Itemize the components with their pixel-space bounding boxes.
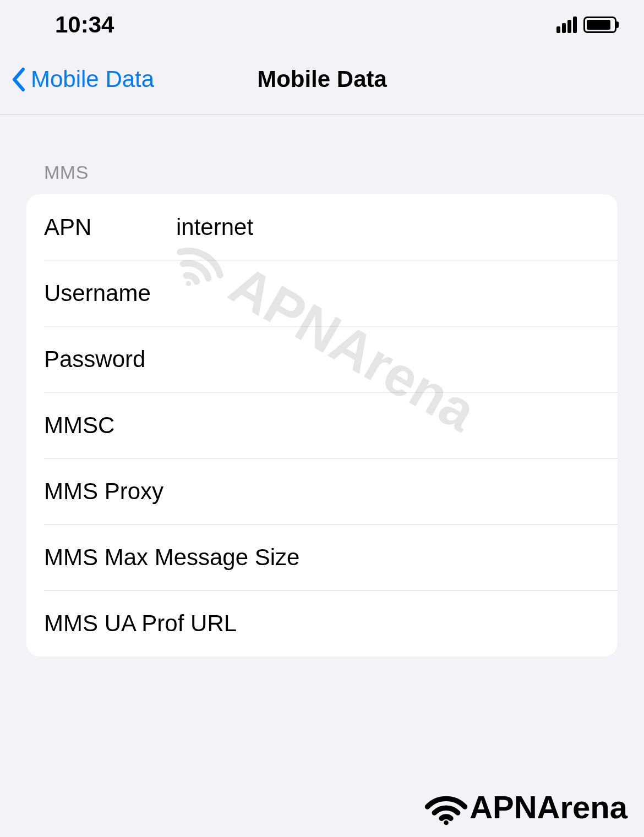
chevron-left-icon bbox=[11, 67, 26, 92]
back-button[interactable]: Mobile Data bbox=[11, 66, 154, 92]
row-mms-ua-prof[interactable]: MMS UA Prof URL bbox=[26, 590, 618, 657]
username-label: Username bbox=[44, 280, 176, 307]
status-indicators bbox=[556, 17, 616, 33]
mms-ua-prof-label: MMS UA Prof URL bbox=[44, 610, 237, 637]
svg-point-1 bbox=[444, 820, 449, 825]
status-time: 10:34 bbox=[55, 12, 114, 38]
row-password[interactable]: Password bbox=[26, 326, 618, 392]
mmsc-input[interactable] bbox=[176, 412, 600, 439]
mmsc-label: MMSC bbox=[44, 412, 176, 439]
footer-logo: APNArena bbox=[423, 787, 627, 826]
password-label: Password bbox=[44, 346, 176, 373]
row-mms-proxy[interactable]: MMS Proxy bbox=[26, 458, 618, 524]
settings-group: APN Username Password MMSC MMS Proxy MMS… bbox=[26, 194, 618, 657]
mms-max-size-input[interactable] bbox=[299, 544, 600, 571]
mms-ua-prof-input[interactable] bbox=[237, 610, 600, 637]
apn-label: APN bbox=[44, 214, 176, 240]
content: MMS APN Username Password MMSC MMS Proxy bbox=[0, 115, 644, 657]
battery-icon bbox=[583, 17, 616, 33]
page-title: Mobile Data bbox=[257, 66, 387, 92]
row-mms-max-size[interactable]: MMS Max Message Size bbox=[26, 524, 618, 590]
wifi-icon bbox=[423, 787, 470, 826]
username-input[interactable] bbox=[176, 280, 600, 307]
status-bar: 10:34 bbox=[0, 0, 644, 50]
apn-input[interactable] bbox=[176, 214, 600, 240]
mms-proxy-input[interactable] bbox=[163, 478, 600, 505]
cellular-signal-icon bbox=[556, 17, 577, 33]
row-apn[interactable]: APN bbox=[26, 194, 618, 260]
back-label: Mobile Data bbox=[31, 66, 154, 92]
section-header-mms: MMS bbox=[26, 162, 618, 183]
navigation-bar: Mobile Data Mobile Data bbox=[0, 50, 644, 115]
row-mmsc[interactable]: MMSC bbox=[26, 392, 618, 458]
footer-logo-text: APNArena bbox=[470, 789, 627, 825]
mms-proxy-label: MMS Proxy bbox=[44, 478, 163, 505]
row-username[interactable]: Username bbox=[26, 260, 618, 326]
password-input[interactable] bbox=[176, 346, 600, 373]
mms-max-size-label: MMS Max Message Size bbox=[44, 544, 299, 571]
